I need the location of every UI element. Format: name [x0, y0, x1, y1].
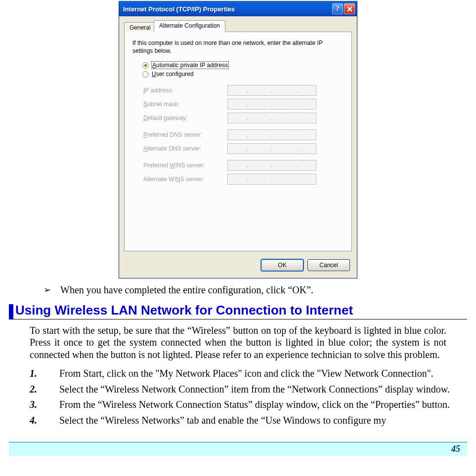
list-item: 4. Select the “Wireless Networks” tab an… [30, 414, 458, 427]
ip-address-field[interactable]: ... [227, 85, 316, 96]
awins-field[interactable]: ... [227, 174, 316, 185]
wins-field-group: Preferred WINS server: ... Alternate WIN… [143, 159, 344, 185]
pdns-field[interactable]: ... [227, 129, 316, 140]
section-heading: Using Wireless LAN Network for Connectio… [15, 303, 353, 319]
radio-automatic-label: Automatic private IP address [152, 62, 228, 69]
cancel-button[interactable]: Cancel [307, 259, 350, 271]
list-text: From Start, click on the "My Network Pla… [59, 367, 458, 380]
pdns-label: Preferred DNS server: [143, 131, 227, 138]
radio-user-row[interactable]: User configured [142, 71, 344, 78]
close-icon [347, 6, 352, 12]
dns-field-group: Preferred DNS server: ... Alternate DNS … [143, 129, 344, 155]
tcpip-properties-dialog: Internet Protocol (TCP/IP) Properties ? … [119, 1, 357, 278]
help-button[interactable]: ? [332, 3, 343, 14]
page-number: 45 [451, 444, 460, 454]
list-number: 1. [30, 367, 59, 380]
awins-label: Alternate WINS server: [143, 176, 227, 183]
bullet-text: When you have completed the entire confi… [60, 284, 467, 296]
document-page: Internet Protocol (TCP/IP) Properties ? … [0, 1, 476, 456]
list-item: 2. Select the “Wireless Network Connecti… [30, 383, 458, 396]
list-text: Select the “Wireless Network Connection”… [59, 383, 458, 396]
subnet-label: Subnet mask: [143, 101, 227, 108]
tab-alternate-configuration[interactable]: Alternate Configuration [154, 20, 225, 32]
list-number: 2. [30, 383, 59, 396]
gateway-row: Default gateway: ... [143, 112, 344, 124]
radio-automatic[interactable] [142, 62, 149, 69]
radio-group: Automatic private IP address User config… [142, 62, 344, 78]
list-text: Select the “Wireless Networks” tab and e… [59, 414, 458, 427]
list-number: 4. [30, 414, 59, 427]
gateway-field[interactable]: ... [227, 113, 316, 123]
ip-field-group: IP address: ... Subnet mask: ... Default… [143, 84, 344, 124]
pwins-field[interactable]: ... [227, 160, 316, 171]
pwins-label: Preferred WINS server: [143, 162, 227, 169]
window-title: Internet Protocol (TCP/IP) Properties [123, 5, 331, 13]
dialog-body: General Alternate Configuration If this … [119, 16, 357, 278]
gateway-label: Default gateway: [143, 115, 227, 121]
page-footer: 45 [9, 442, 467, 456]
list-text: From the “Wireless Network Connection St… [59, 398, 458, 411]
intro-text: If this computer is used on more than on… [132, 39, 344, 55]
awins-row: Alternate WINS server: ... [143, 173, 344, 185]
ip-address-label: IP address: [143, 87, 227, 94]
radio-user-label: User configured [152, 71, 194, 78]
intro-paragraph: To start with the setup, be sure that th… [30, 324, 446, 360]
pwins-row: Preferred WINS server: ... [143, 159, 344, 171]
list-item: 1. From Start, click on the "My Network … [30, 367, 458, 380]
adns-row: Alternate DNS server: ... [143, 143, 344, 155]
list-item: 3. From the “Wireless Network Connection… [30, 398, 458, 411]
titlebar: Internet Protocol (TCP/IP) Properties ? [119, 1, 357, 16]
subnet-field[interactable]: ... [227, 99, 316, 110]
tabpane-alternate: If this computer is used on more than on… [124, 32, 352, 251]
subnet-row: Subnet mask: ... [143, 98, 344, 110]
tabstrip: General Alternate Configuration [124, 20, 352, 32]
section-heading-wrap: Using Wireless LAN Network for Connectio… [9, 303, 467, 319]
button-row: OK Cancel [261, 259, 350, 271]
section-bar-icon [9, 304, 13, 319]
radio-user-configured[interactable] [142, 71, 149, 78]
ok-button[interactable]: OK [261, 259, 303, 271]
bullet-arrow-icon: ➢ [43, 284, 60, 296]
pdns-row: Preferred DNS server: ... [143, 129, 344, 141]
close-button[interactable] [344, 3, 355, 14]
ip-address-row: IP address: ... [143, 84, 344, 96]
adns-field[interactable]: ... [227, 143, 316, 154]
radio-automatic-row[interactable]: Automatic private IP address [142, 62, 344, 69]
list-number: 3. [30, 398, 59, 411]
dialog-screenshot: Internet Protocol (TCP/IP) Properties ? … [9, 1, 467, 278]
adns-label: Alternate DNS server: [143, 145, 227, 152]
bullet-item: ➢ When you have completed the entire con… [43, 284, 467, 296]
numbered-list: 1. From Start, click on the "My Network … [30, 367, 458, 427]
